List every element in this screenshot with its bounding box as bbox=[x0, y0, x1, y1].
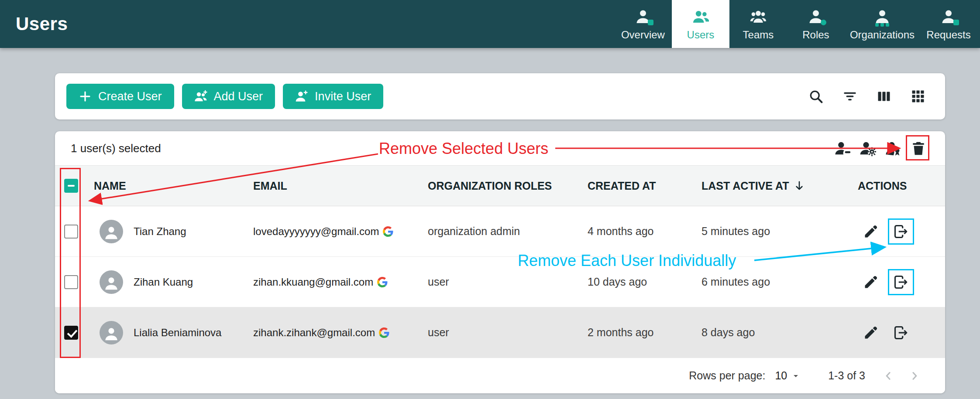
selection-status: 1 user(s) selected bbox=[71, 142, 161, 155]
rows-per-page-select[interactable]: 10 bbox=[775, 369, 801, 382]
user-email: zihank.zihank@gmail.com bbox=[253, 327, 375, 339]
select-all-checkbox[interactable] bbox=[64, 179, 78, 193]
table-footer: Rows per page: 10 1-3 of 3 bbox=[55, 358, 945, 393]
add-user-button[interactable]: Add User bbox=[182, 84, 275, 109]
table-row: Tian Zhang lovedayyyyyyy@gmail.com organ… bbox=[55, 206, 945, 257]
created-at: 4 months ago bbox=[588, 225, 701, 238]
created-at: 10 days ago bbox=[588, 276, 701, 288]
last-active-at: 8 days ago bbox=[701, 326, 858, 339]
nav-label-organizations: Organizations bbox=[850, 29, 915, 41]
column-view-icon[interactable] bbox=[876, 89, 892, 104]
row-checkbox[interactable] bbox=[64, 225, 78, 239]
caret-down-icon bbox=[791, 371, 801, 381]
top-nav: Overview Users Teams Roles Organiza bbox=[614, 0, 977, 48]
remove-user-icon[interactable] bbox=[834, 140, 851, 157]
edit-pencil-icon[interactable] bbox=[863, 325, 879, 341]
user-award-icon[interactable] bbox=[885, 140, 901, 157]
user-email: zihan.kkuang@gmail.com bbox=[253, 276, 373, 288]
avatar bbox=[100, 270, 123, 294]
person-badge-icon bbox=[634, 7, 652, 25]
nav-item-requests[interactable]: Requests bbox=[920, 0, 977, 48]
google-icon bbox=[379, 327, 389, 338]
selection-toolbar: 1 user(s) selected bbox=[55, 131, 945, 166]
edit-pencil-icon[interactable] bbox=[863, 274, 879, 290]
selection-actions bbox=[834, 140, 929, 157]
org-role: user bbox=[428, 326, 588, 339]
add-user-label: Add User bbox=[214, 90, 263, 103]
table-view-controls bbox=[808, 89, 926, 104]
invite-user-button[interactable]: Invite User bbox=[283, 84, 383, 109]
row-checkbox-cell bbox=[55, 275, 87, 289]
user-name: Lialia Beniaminova bbox=[134, 327, 221, 339]
row-checkbox[interactable] bbox=[64, 326, 78, 340]
nav-item-roles[interactable]: Roles bbox=[787, 0, 845, 48]
delete-selected-icon[interactable] bbox=[910, 140, 927, 157]
user-name-cell: Lialia Beniaminova bbox=[87, 321, 253, 344]
column-header-name[interactable]: NAME bbox=[87, 180, 253, 192]
org-role: user bbox=[428, 276, 588, 288]
table-row: Lialia Beniaminova zihank.zihank@gmail.c… bbox=[55, 307, 945, 358]
row-actions bbox=[858, 325, 945, 341]
chevron-left-icon[interactable] bbox=[882, 369, 895, 382]
google-icon bbox=[383, 226, 393, 237]
user-email: lovedayyyyyyy@gmail.com bbox=[253, 225, 379, 238]
sort-desc-icon[interactable] bbox=[793, 180, 805, 192]
create-user-label: Create User bbox=[98, 90, 162, 103]
chevron-right-icon[interactable] bbox=[908, 369, 921, 382]
grid-view-icon[interactable] bbox=[910, 89, 926, 104]
nav-item-users[interactable]: Users bbox=[672, 0, 729, 48]
page-title: Users bbox=[16, 14, 68, 34]
nav-item-organizations[interactable]: Organizations bbox=[845, 0, 920, 48]
nav-item-teams[interactable]: Teams bbox=[729, 0, 787, 48]
user-name-cell: Tian Zhang bbox=[87, 220, 253, 243]
three-people-icon bbox=[749, 7, 767, 25]
user-name: Tian Zhang bbox=[134, 225, 186, 238]
user-settings-icon[interactable] bbox=[860, 140, 876, 157]
nav-label-overview: Overview bbox=[621, 29, 665, 41]
edit-pencil-icon[interactable] bbox=[863, 224, 879, 239]
user-email-cell: zihank.zihank@gmail.com bbox=[253, 327, 428, 339]
google-icon bbox=[377, 277, 388, 287]
table-header-row: NAME EMAIL ORGANIZATION ROLES CREATED AT… bbox=[55, 166, 945, 206]
avatar bbox=[100, 321, 123, 344]
top-header: Users Overview Users Teams Roles bbox=[0, 0, 980, 48]
row-checkbox-cell bbox=[55, 225, 87, 239]
last-active-label: LAST ACTIVE AT bbox=[701, 180, 789, 192]
sign-out-remove-icon[interactable] bbox=[893, 274, 909, 290]
person-request-icon bbox=[939, 7, 958, 25]
sign-out-remove-icon[interactable] bbox=[893, 224, 909, 239]
column-header-org-roles[interactable]: ORGANIZATION ROLES bbox=[428, 180, 588, 192]
column-header-last-active[interactable]: LAST ACTIVE AT bbox=[701, 180, 858, 192]
user-email-cell: zihan.kkuang@gmail.com bbox=[253, 276, 428, 288]
create-user-button[interactable]: Create User bbox=[66, 84, 174, 109]
last-active-at: 6 minutes ago bbox=[701, 276, 858, 288]
organization-icon bbox=[873, 7, 891, 25]
nav-label-roles: Roles bbox=[802, 29, 829, 41]
sign-out-remove-icon[interactable] bbox=[893, 325, 909, 341]
plus-icon bbox=[79, 90, 92, 103]
rows-per-page-label: Rows per page: bbox=[689, 369, 765, 382]
select-all-cell bbox=[55, 179, 87, 193]
people-plus-icon bbox=[194, 90, 207, 103]
row-checkbox-cell bbox=[55, 326, 87, 340]
person-role-icon bbox=[807, 7, 825, 25]
search-icon[interactable] bbox=[808, 89, 824, 104]
org-role: organization admin bbox=[428, 225, 588, 238]
rows-per-page-value: 10 bbox=[775, 369, 787, 382]
row-actions bbox=[858, 224, 945, 239]
nav-label-teams: Teams bbox=[743, 29, 774, 41]
avatar bbox=[100, 220, 123, 243]
user-name: Zihan Kuang bbox=[134, 276, 193, 288]
last-active-at: 5 minutes ago bbox=[701, 225, 858, 238]
person-plus-icon bbox=[295, 90, 308, 103]
nav-item-overview[interactable]: Overview bbox=[614, 0, 672, 48]
column-header-actions: ACTIONS bbox=[858, 180, 945, 192]
row-checkbox[interactable] bbox=[64, 275, 78, 289]
column-header-email[interactable]: EMAIL bbox=[253, 180, 428, 192]
filter-icon[interactable] bbox=[842, 89, 858, 104]
users-table-card: 1 user(s) selected NAME EMAIL ORGANIZATI… bbox=[55, 131, 945, 393]
two-people-icon bbox=[691, 7, 710, 25]
table-row: Zihan Kuang zihan.kkuang@gmail.com user … bbox=[55, 257, 945, 307]
user-name-cell: Zihan Kuang bbox=[87, 270, 253, 294]
column-header-created-at[interactable]: CREATED AT bbox=[588, 180, 701, 192]
